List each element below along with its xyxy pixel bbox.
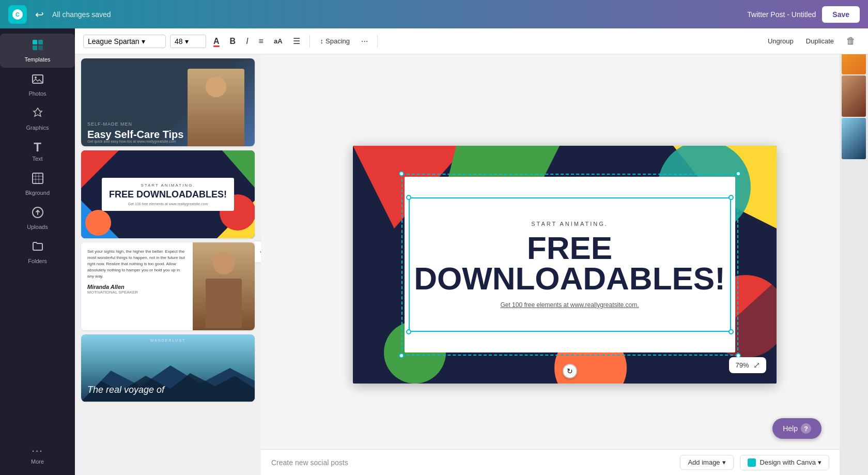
canva-logo[interactable]: C xyxy=(8,5,27,24)
sidebar-item-uploads[interactable]: Uploads xyxy=(0,201,75,235)
spacing-button[interactable]: ↕ Spacing xyxy=(316,35,354,47)
sidebar-item-label-templates: Templates xyxy=(24,56,50,63)
font-color-button[interactable]: A xyxy=(210,35,223,48)
handle-bl-outer[interactable] xyxy=(399,353,404,358)
svg-text:C: C xyxy=(16,11,20,18)
italic-button[interactable]: I xyxy=(243,35,251,48)
tmpl2-title: FREE DOWNLOADABLES! xyxy=(109,190,227,200)
delete-button[interactable]: 🗑 xyxy=(842,34,860,49)
tmpl1-subtitle: Self-Made Men xyxy=(87,121,183,127)
case-button[interactable]: aA xyxy=(271,35,286,47)
align-button[interactable]: ≡ xyxy=(256,35,267,48)
design-label: Design with Canva xyxy=(760,458,816,466)
font-size-selector[interactable]: 48 ▾ xyxy=(170,35,206,48)
zoom-expand-button[interactable]: ⤢ xyxy=(753,360,760,370)
uploads-icon xyxy=(32,206,44,222)
svg-point-7 xyxy=(35,76,37,79)
design-canvas[interactable]: START ANIMATING. FREEDOWNLOADABLES! Get … xyxy=(353,146,777,384)
sidebar-item-label-folders: Folders xyxy=(28,258,47,264)
tmpl3-person xyxy=(200,245,247,328)
bottom-right-actions: Add image ▾ Design with Canva ▾ xyxy=(680,455,829,470)
sidebar-item-text[interactable]: T Text xyxy=(0,136,75,167)
sidebar-item-templates[interactable]: Templates xyxy=(0,34,75,68)
sidebar-item-label-uploads: Uploads xyxy=(27,224,48,230)
font-size-value: 48 xyxy=(175,37,183,45)
handle-tr-outer[interactable] xyxy=(736,171,741,176)
font-color-swatch xyxy=(213,45,220,47)
template-preview-3: Set your sights high, the higher the bet… xyxy=(81,242,255,330)
handle-tl-outer[interactable] xyxy=(399,171,404,176)
template-preview-4: WANDERLUST The real voyage of xyxy=(81,334,255,402)
tmpl1-title: Easy Self-Care Tips xyxy=(87,129,183,140)
tmpl1-person-area xyxy=(182,58,250,146)
sidebar-item-label-more: More xyxy=(31,458,44,465)
ungroup-button[interactable]: Ungroup xyxy=(764,35,798,47)
template-card-4[interactable]: WANDERLUST The real voyage of xyxy=(81,334,255,402)
duplicate-button[interactable]: Duplicate xyxy=(802,35,838,47)
tmpl3-role: MOTIVATIONAL SPEAKER xyxy=(87,290,187,295)
tmpl3-name: Miranda Allen xyxy=(87,284,187,290)
canvas-start-text: START ANIMATING. xyxy=(531,221,608,227)
top-bar: C ↩ All changes saved Twitter Post - Unt… xyxy=(0,0,868,28)
font-family-selector[interactable]: League Spartan ▾ xyxy=(83,35,166,48)
undo-button[interactable]: ↩ xyxy=(33,6,46,23)
background-icon xyxy=(32,172,44,188)
more-options-button[interactable]: ··· xyxy=(358,35,371,48)
zoom-bar: 79% ⤢ xyxy=(729,357,766,373)
templates-icon xyxy=(32,39,44,54)
sidebar-item-label-text: Text xyxy=(32,156,42,162)
svg-rect-2 xyxy=(33,40,37,44)
text-toolbar: League Spartan ▾ 48 ▾ A B I ≡ aA ☰ ↕ Spa… xyxy=(75,28,868,54)
canvas-text-content: START ANIMATING. FREEDOWNLOADABLES! Get … xyxy=(405,177,735,353)
help-icon: ? xyxy=(801,423,811,434)
spacing-icon: ↕ xyxy=(320,37,324,45)
strip-image-3[interactable] xyxy=(842,118,866,159)
design-chevron: ▾ xyxy=(818,458,822,466)
bold-button[interactable]: B xyxy=(227,35,239,48)
svg-point-21 xyxy=(85,210,111,236)
svg-rect-3 xyxy=(38,40,43,44)
sidebar-item-background[interactable]: Bkground xyxy=(0,167,75,201)
panel-collapse-handle[interactable]: ‹ xyxy=(255,241,261,262)
svg-rect-8 xyxy=(33,173,43,183)
toolbar-separator-2 xyxy=(377,35,378,48)
sidebar-item-more[interactable]: ··· More xyxy=(0,439,75,470)
graphics-icon xyxy=(32,107,44,122)
canva-logo-icon: C xyxy=(8,5,27,24)
design-with-canva-button[interactable]: Design with Canva ▾ xyxy=(740,455,829,470)
template-card-2[interactable]: START ANIMATING. FREE DOWNLOADABLES! Get… xyxy=(81,150,255,238)
font-color-icon: A xyxy=(213,37,220,45)
font-family-chevron: ▾ xyxy=(142,37,145,45)
strip-image-2[interactable] xyxy=(842,75,866,117)
help-button[interactable]: Help ? xyxy=(772,418,822,439)
rotate-handle[interactable]: ↻ xyxy=(563,364,577,378)
templates-panel: Self-Made Men Easy Self-Care Tips Get qu… xyxy=(75,28,261,475)
canvas-container: START ANIMATING. FREEDOWNLOADABLES! Get … xyxy=(353,146,777,384)
tmpl1-footer: Get quick and easy how-tos at www.really… xyxy=(87,140,255,143)
sidebar-item-graphics[interactable]: Graphics xyxy=(0,102,75,136)
tmpl3-body xyxy=(206,279,242,328)
add-image-button[interactable]: Add image ▾ xyxy=(680,455,733,470)
svg-rect-4 xyxy=(33,45,37,50)
create-social-posts-button[interactable]: Create new social posts xyxy=(271,458,348,467)
photos-icon xyxy=(32,73,44,88)
tmpl4-mountains-svg xyxy=(81,360,255,402)
add-image-chevron: ▾ xyxy=(722,458,726,466)
save-button[interactable]: Save xyxy=(822,6,860,23)
more-icon: ··· xyxy=(32,445,43,456)
template-card-3[interactable]: Set your sights high, the higher the bet… xyxy=(81,242,255,330)
zoom-value: 79% xyxy=(735,361,749,369)
tmpl2-sub: Get 100 free elements at www.reallygreat… xyxy=(109,202,227,206)
tmpl1-person-shape xyxy=(188,69,244,146)
sidebar-item-photos[interactable]: Photos xyxy=(0,68,75,102)
list-button[interactable]: ☰ xyxy=(290,34,303,48)
changes-saved-label: All changes saved xyxy=(52,10,111,19)
folders-icon xyxy=(32,240,44,256)
template-card-1[interactable]: Self-Made Men Easy Self-Care Tips Get qu… xyxy=(81,58,255,146)
tmpl3-head xyxy=(213,253,235,274)
tmpl3-quote: Set your sights high, the higher the bet… xyxy=(87,249,187,280)
tmpl2-start: START ANIMATING. xyxy=(109,183,227,188)
top-bar-right: Twitter Post - Untitled Save xyxy=(747,6,860,23)
sidebar-item-folders[interactable]: Folders xyxy=(0,235,75,269)
canvas-main-title[interactable]: FREEDOWNLOADABLES! xyxy=(414,233,725,294)
